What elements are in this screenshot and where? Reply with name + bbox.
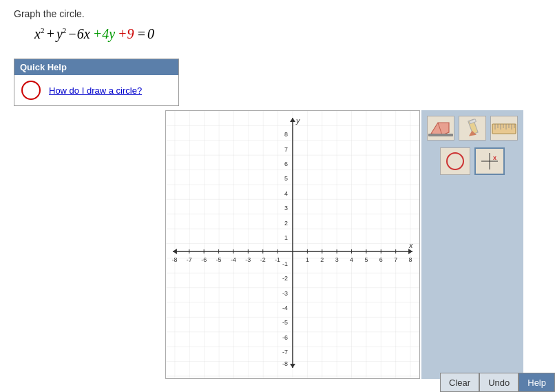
tools-top-row xyxy=(421,110,523,145)
svg-text:2: 2 xyxy=(284,220,288,227)
pencil-tool-button[interactable] xyxy=(459,116,486,141)
page-container: Graph the circle. x2 + y2 −6x +4y +9 = 0… xyxy=(0,0,555,392)
svg-text:-5: -5 xyxy=(216,256,222,263)
quick-help-content: How do I draw a circle? xyxy=(14,75,178,105)
svg-text:-6: -6 xyxy=(282,334,288,341)
equation-display: x2 + y2 −6x +4y +9 = 0 xyxy=(14,23,541,48)
bottom-buttons: Clear Undo Help xyxy=(440,373,555,392)
eq-minus6x: −6x xyxy=(67,26,90,42)
undo-button[interactable]: Undo xyxy=(479,373,519,392)
svg-rect-62 xyxy=(492,124,516,134)
svg-text:8: 8 xyxy=(409,256,412,263)
svg-text:-1: -1 xyxy=(275,256,280,263)
svg-rect-61 xyxy=(470,119,477,124)
svg-text:-2: -2 xyxy=(260,256,266,263)
eq-plus4y: +4y xyxy=(93,26,115,42)
svg-text:3: 3 xyxy=(335,256,339,263)
svg-rect-58 xyxy=(428,134,453,136)
svg-text:6: 6 xyxy=(284,161,288,167)
svg-text:5: 5 xyxy=(364,256,368,263)
svg-text:-2: -2 xyxy=(282,275,288,282)
eraser-tool-button[interactable] xyxy=(427,116,454,141)
circle-icon-small xyxy=(21,81,41,100)
quick-help-box: Quick Help How do I draw a circle? xyxy=(14,59,179,106)
svg-text:5: 5 xyxy=(284,176,288,183)
svg-text:-3: -3 xyxy=(245,256,251,263)
svg-text:7: 7 xyxy=(394,256,397,263)
help-button[interactable]: Help xyxy=(519,373,555,392)
eq-y2: y2 xyxy=(56,26,66,42)
svg-text:-7: -7 xyxy=(187,256,192,263)
tools-panel: x xyxy=(421,110,523,379)
circle-tool-icon xyxy=(446,152,464,170)
svg-text:7: 7 xyxy=(284,146,288,153)
svg-text:-8: -8 xyxy=(171,256,177,263)
eq-zero: 0 xyxy=(147,26,154,42)
svg-text:1: 1 xyxy=(284,234,288,241)
eq-plus1: + xyxy=(45,26,55,42)
svg-text:6: 6 xyxy=(379,256,383,263)
eraser-icon xyxy=(428,117,453,139)
clear-button[interactable]: Clear xyxy=(440,373,479,392)
svg-text:-5: -5 xyxy=(282,319,288,326)
tools-bottom-row: x xyxy=(421,145,523,178)
svg-text:-4: -4 xyxy=(231,256,236,263)
quick-help-link[interactable]: How do I draw a circle? xyxy=(49,85,142,96)
svg-text:-7: -7 xyxy=(282,349,288,355)
svg-text:-8: -8 xyxy=(282,360,288,367)
ruler-icon xyxy=(491,117,517,139)
graph-svg[interactable]: -1 -2 -3 -4 -5 -6 -7 -8 1 2 3 4 5 6 7 8 … xyxy=(166,111,419,378)
crosshair-icon: x xyxy=(481,153,498,169)
graph-wrapper[interactable]: -1 -2 -3 -4 -5 -6 -7 -8 1 2 3 4 5 6 7 8 … xyxy=(165,110,420,379)
svg-text:1: 1 xyxy=(306,256,309,263)
svg-text:4: 4 xyxy=(350,256,353,263)
svg-text:x: x xyxy=(408,241,413,249)
pencil-icon xyxy=(460,117,485,139)
svg-text:2: 2 xyxy=(320,256,324,263)
svg-text:-6: -6 xyxy=(201,256,207,263)
svg-text:-4: -4 xyxy=(282,305,288,311)
point-tool-button[interactable]: x xyxy=(474,147,505,175)
instruction-text: Graph the circle. xyxy=(14,8,541,19)
circle-tool-button[interactable] xyxy=(440,147,470,175)
crosshair-x-label: x xyxy=(493,154,496,161)
quick-help-header: Quick Help xyxy=(14,59,178,75)
eq-equals: = xyxy=(137,26,147,42)
svg-text:4: 4 xyxy=(284,190,288,197)
eq-plus9: +9 xyxy=(118,26,134,42)
svg-text:-3: -3 xyxy=(282,290,288,297)
eq-x2: x2 xyxy=(34,26,44,42)
ruler-tool-button[interactable] xyxy=(490,116,518,141)
instruction-area: Graph the circle. x2 + y2 −6x +4y +9 = 0 xyxy=(0,0,555,53)
svg-text:8: 8 xyxy=(284,131,288,138)
svg-text:3: 3 xyxy=(284,205,288,212)
svg-text:-1: -1 xyxy=(282,260,288,267)
